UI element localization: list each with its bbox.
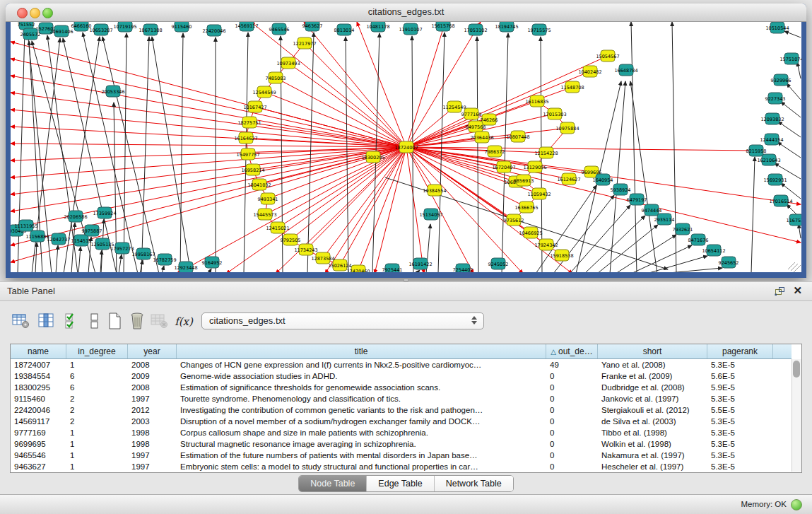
table-cell[interactable]: Investigating the contribution of common… xyxy=(177,404,546,416)
table-cell[interactable]: 18300295 xyxy=(11,382,66,393)
table-cell[interactable]: Tibbo et al. (1998) xyxy=(598,427,707,438)
table-cell[interactable]: 5.3E-5 xyxy=(707,427,773,438)
graph-edge[interactable] xyxy=(306,147,406,250)
graph-edge[interactable] xyxy=(406,71,590,147)
network-canvas[interactable]: 1872400718300295193845541125454997771697… xyxy=(11,22,801,272)
table-cell[interactable]: 22420046 xyxy=(11,404,66,416)
column-header-short[interactable]: short xyxy=(598,344,707,358)
graph-edge[interactable] xyxy=(406,147,424,272)
table-cell[interactable]: 9465546 xyxy=(11,450,66,461)
graph-edge[interactable] xyxy=(751,157,755,272)
delete-column-button[interactable] xyxy=(126,310,148,334)
resize-grip[interactable] xyxy=(788,262,801,272)
graph-edge[interactable] xyxy=(672,22,676,272)
table-cell[interactable]: 1997 xyxy=(128,450,177,461)
graph-edge[interactable] xyxy=(119,255,122,272)
graph-edge[interactable] xyxy=(477,37,478,272)
table-cell[interactable]: Embryonic stem cells: a model to study s… xyxy=(177,461,546,472)
graph-edge[interactable] xyxy=(264,92,406,147)
table-row[interactable]: 946554611997Estimation of the future num… xyxy=(11,450,792,461)
float-window-icon[interactable] xyxy=(775,286,785,296)
table-cell[interactable]: 0 xyxy=(546,404,598,416)
table-cell[interactable]: 1998 xyxy=(128,438,177,450)
window-titlebar[interactable]: citations_edges.txt xyxy=(6,4,806,22)
graph-edge[interactable] xyxy=(78,247,81,272)
table-cell[interactable]: 0 xyxy=(546,461,598,472)
graph-edge[interactable] xyxy=(304,22,406,147)
graph-edge[interactable] xyxy=(124,33,126,272)
table-cell[interactable]: Genome-wide association studies in ADHD. xyxy=(177,370,546,382)
table-cell[interactable]: 1997 xyxy=(128,461,177,472)
table-cell[interactable]: 18724007 xyxy=(11,359,66,370)
graph-edge[interactable] xyxy=(406,107,454,147)
table-row[interactable]: 1830029562008Estimation of significance … xyxy=(11,382,792,393)
graph-edge[interactable] xyxy=(406,147,801,243)
table-cell[interactable]: 5.3E-5 xyxy=(707,450,773,461)
table-cell[interactable]: 1 xyxy=(66,461,128,472)
table-cell[interactable]: 5.3E-5 xyxy=(707,438,773,450)
table-cell[interactable]: Nakamura et al. (1997) xyxy=(598,450,707,461)
graph-edge[interactable] xyxy=(35,243,37,272)
select-all-button[interactable] xyxy=(61,310,83,334)
table-cell[interactable]: Changes of HCN gene expression and I(f) … xyxy=(177,359,546,370)
table-cell[interactable]: 1998 xyxy=(128,427,177,438)
graph-edge[interactable] xyxy=(325,147,406,272)
graph-edge[interactable] xyxy=(278,147,406,228)
graph-edge[interactable] xyxy=(180,33,183,272)
column-header-title[interactable]: title xyxy=(177,344,546,358)
table-row[interactable]: 977716911998Corpus callosum shape and si… xyxy=(11,427,792,438)
table-cell[interactable]: 0 xyxy=(546,382,598,393)
table-settings-button[interactable] xyxy=(10,310,33,334)
column-header-pagerank[interactable]: pagerank xyxy=(707,344,773,358)
graph-edge[interactable] xyxy=(141,37,149,272)
table-cell[interactable]: 0 xyxy=(546,438,598,450)
table-cell[interactable]: Estimation of significance thresholds fo… xyxy=(177,382,546,393)
table-row[interactable]: 1872400712008Changes of HCN gene express… xyxy=(11,359,792,370)
tab-network-table[interactable]: Network Table xyxy=(435,476,513,491)
tab-node-table[interactable]: Node Table xyxy=(299,476,367,491)
table-cell[interactable]: 5.9E-5 xyxy=(707,382,773,393)
table-cell[interactable]: 19384554 xyxy=(11,370,66,382)
column-header-out-de-[interactable]: △out_de… xyxy=(546,344,598,358)
graph-edge[interactable] xyxy=(799,224,801,238)
close-panel-icon[interactable]: ✕ xyxy=(793,284,802,297)
table-cell[interactable]: Tourette syndrome. Phenomenology and cla… xyxy=(177,393,546,404)
table-cell[interactable]: Hescheler et al. (1997) xyxy=(598,461,707,472)
table-cell[interactable]: 9115460 xyxy=(11,393,66,404)
table-cell[interactable]: Structural magnetic resonance image aver… xyxy=(177,438,546,450)
table-row[interactable]: 1938455462009Genome-wide association stu… xyxy=(11,370,792,382)
graph-edge[interactable] xyxy=(102,37,159,272)
table-cell[interactable]: 5.5E-5 xyxy=(707,404,773,416)
table-cell[interactable]: 1 xyxy=(66,427,128,438)
table-cell[interactable]: 2 xyxy=(66,404,128,416)
table-row[interactable]: 1456911722003Disruption of a novel membe… xyxy=(11,416,792,427)
graph-edge[interactable] xyxy=(63,38,117,272)
scrollbar-thumb[interactable] xyxy=(793,361,800,378)
table-cell[interactable]: Jankovic et al. (1997) xyxy=(598,393,707,404)
table-cell[interactable]: Corpus callosum shape and size in male p… xyxy=(177,427,546,438)
table-cell[interactable]: 9699695 xyxy=(11,438,66,450)
table-row[interactable]: 946362711997Embryonic stem cells: a mode… xyxy=(11,461,792,472)
table-cell[interactable]: Franke et al. (2009) xyxy=(598,370,707,382)
table-row[interactable]: 969969511998Structural magnetic resonanc… xyxy=(11,438,792,450)
table-cell[interactable]: Wolkin et al. (1998) xyxy=(598,438,707,450)
table-cell[interactable]: 1 xyxy=(66,450,128,461)
table-cell[interactable]: 2 xyxy=(66,416,128,427)
table-row[interactable]: 911546021997Tourette syndrome. Phenomeno… xyxy=(11,393,792,404)
tab-edge-table[interactable]: Edge Table xyxy=(367,476,434,491)
new-column-button[interactable] xyxy=(103,310,126,334)
table-cell[interactable]: 2009 xyxy=(128,370,177,382)
splitter-handle[interactable] xyxy=(400,278,411,281)
table-cell[interactable]: 9463627 xyxy=(11,461,66,472)
table-cell[interactable]: 2008 xyxy=(128,359,177,370)
table-row[interactable]: 2242004622012Investigating the contribut… xyxy=(11,404,792,416)
table-scrollbar[interactable] xyxy=(792,359,801,472)
column-header-in-degree[interactable]: in_degree xyxy=(66,344,128,358)
column-selector-button[interactable] xyxy=(35,310,58,334)
table-cell[interactable]: 2012 xyxy=(128,404,177,416)
table-cell[interactable]: 5.6E-5 xyxy=(707,370,773,382)
column-header-name[interactable]: name xyxy=(11,344,66,358)
table-cell[interactable]: Yano et al. (2008) xyxy=(598,359,707,370)
table-cell[interactable]: 14569117 xyxy=(11,416,66,427)
table-cell[interactable]: 5.3E-5 xyxy=(707,359,773,370)
